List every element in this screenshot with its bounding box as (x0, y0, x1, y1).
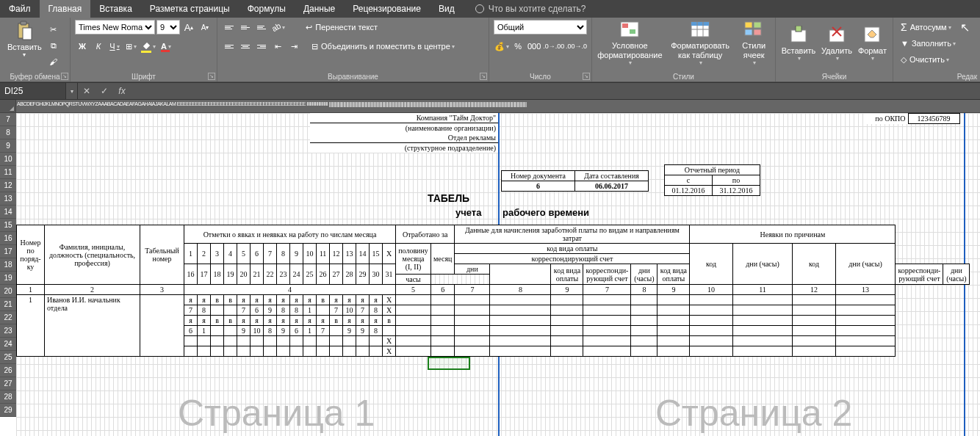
tell-me-search[interactable]: Что вы хотите сделать? (464, 0, 586, 18)
row-header[interactable]: 15 (0, 219, 16, 232)
row-header[interactable]: 29 (0, 404, 16, 417)
row-headers[interactable]: 7891011121314151617181920212223242526272… (0, 113, 16, 417)
row-header[interactable]: 26 (0, 364, 16, 377)
row-header[interactable]: 17 (0, 245, 16, 258)
table-cell (140, 295, 184, 357)
delete-cells-button[interactable]: Удалить (820, 23, 854, 63)
menu-tab-formulas[interactable]: Формулы (239, 0, 295, 18)
bold-button[interactable]: Ж (75, 39, 90, 54)
conditional-formatting-button[interactable]: Условное форматирование (597, 18, 663, 67)
align-left-button[interactable] (222, 39, 237, 54)
table-cell: я (251, 316, 264, 326)
row-header[interactable]: 14 (0, 206, 16, 219)
font-name-select[interactable]: Times New Roma (75, 20, 155, 34)
row-header[interactable]: 16 (0, 232, 16, 245)
clear-button[interactable]: ◇Очистить (898, 52, 952, 67)
format-as-table-button[interactable]: Форматировать как таблицу (666, 18, 735, 67)
borders-button[interactable]: ⊞ (123, 39, 138, 54)
row-header[interactable]: 9 (0, 139, 16, 153)
row-header[interactable]: 28 (0, 390, 16, 404)
name-box-dropdown[interactable]: ▾ (66, 83, 78, 99)
comma-style-button[interactable]: 000 (527, 39, 541, 54)
row-header[interactable]: 25 (0, 351, 16, 364)
row-header[interactable]: 20 (0, 285, 16, 298)
row-header[interactable]: 27 (0, 377, 16, 390)
font-dialog-launcher[interactable]: ↘ (208, 73, 215, 80)
row-header[interactable]: 21 (0, 298, 16, 311)
underline-button[interactable]: Ч (107, 39, 122, 54)
wrap-text-button[interactable]: ↩ Перенести текст (301, 20, 382, 34)
clipboard-dialog-launcher[interactable]: ↘ (61, 73, 68, 80)
font-color-button[interactable]: A (159, 39, 173, 54)
row-header[interactable]: 19 (0, 272, 16, 285)
merge-center-button[interactable]: ⊟ Объединить и поместить в центре (307, 39, 459, 54)
align-middle-button[interactable] (238, 20, 253, 34)
alignment-dialog-launcher[interactable]: ↘ (480, 73, 487, 80)
table-cell: 6 (431, 285, 455, 295)
decrease-decimal-button[interactable]: .00→.0 (566, 39, 587, 54)
align-right-button[interactable] (254, 39, 269, 54)
table-cell (490, 326, 551, 336)
row-header[interactable]: 8 (0, 126, 16, 139)
format-painter-button[interactable]: 🖌 (46, 54, 61, 69)
menu-tab-file[interactable]: Файл (0, 0, 40, 18)
worksheet[interactable]: 7891011121314151617181920212223242526272… (0, 113, 980, 436)
menu-tab-view[interactable]: Вид (430, 0, 464, 18)
align-top-button[interactable] (222, 20, 237, 34)
row-header[interactable]: 7 (0, 113, 16, 126)
enter-formula-button[interactable]: ✓ (96, 83, 113, 99)
number-dialog-launcher[interactable]: ↘ (583, 73, 590, 80)
italic-button[interactable]: К (91, 39, 106, 54)
increase-indent-button[interactable]: ⇥ (287, 39, 301, 54)
table-cell: 2 (198, 244, 211, 264)
fill-color-button[interactable] (140, 39, 157, 54)
name-box[interactable]: DI25 (0, 83, 66, 99)
menu-tab-layout[interactable]: Разметка страницы (141, 0, 239, 18)
increase-font-button[interactable]: A▴ (181, 20, 196, 34)
table-cell (657, 316, 690, 326)
cut-button[interactable]: ✂ (46, 22, 61, 37)
table-cell: 26 (317, 264, 330, 285)
paste-button[interactable]: Вставить ▾ (4, 19, 45, 59)
copy-button[interactable]: ⧉ (46, 38, 61, 53)
font-size-select[interactable]: 9 (156, 20, 180, 34)
row-header[interactable]: 12 (0, 179, 16, 192)
row-header[interactable]: 18 (0, 258, 16, 272)
insert-cells-button[interactable]: Вставить (780, 23, 817, 63)
align-bottom-button[interactable] (254, 20, 269, 34)
column-headers[interactable]: ABCDEFGHIJKLMNOPQRSTUVWXYZAAABACADAEAFAG… (0, 100, 980, 113)
accounting-format-button[interactable]: 💰 (494, 39, 509, 54)
table-cell: я (370, 295, 383, 305)
menu-tab-insert[interactable]: Вставка (90, 0, 141, 18)
formula-input[interactable] (131, 83, 980, 99)
row-header[interactable]: 23 (0, 324, 16, 338)
decrease-font-button[interactable]: A▾ (198, 20, 212, 34)
menu-tab-data[interactable]: Данные (295, 0, 344, 18)
table-cell: 28 (343, 264, 356, 285)
cancel-formula-button[interactable]: ✕ (78, 83, 96, 99)
row-header[interactable]: 22 (0, 311, 16, 324)
row-header[interactable]: 24 (0, 338, 16, 351)
decrease-indent-button[interactable]: ⇤ (270, 39, 285, 54)
table-cell: код (793, 244, 835, 285)
format-cells-button[interactable]: Формат (857, 23, 888, 63)
table-cell (490, 336, 551, 346)
orientation-button[interactable]: ab (270, 20, 287, 34)
number-format-select[interactable]: Общий (494, 20, 587, 34)
cell-styles-button[interactable]: Стили ячеек (737, 18, 771, 67)
row-header[interactable]: 11 (0, 166, 16, 179)
menu-tab-review[interactable]: Рецензирование (344, 0, 430, 18)
fill-button[interactable]: ▼Заполнить (898, 36, 959, 51)
increase-decimal-button[interactable]: .0→.00 (543, 39, 564, 54)
autosum-button[interactable]: ΣАвтосумм (898, 20, 954, 34)
align-center-button[interactable] (238, 39, 253, 54)
select-all-button[interactable] (0, 100, 16, 112)
table-cell: я (343, 295, 356, 305)
menu-tab-home[interactable]: Главная (40, 0, 91, 18)
table-cell: 22 (264, 264, 277, 285)
percent-button[interactable]: % (511, 39, 525, 54)
form-title-1: ТАБЕЛЬ (428, 192, 469, 204)
row-header[interactable]: 10 (0, 153, 16, 166)
row-header[interactable]: 13 (0, 192, 16, 206)
fx-button[interactable]: fx (113, 83, 131, 99)
